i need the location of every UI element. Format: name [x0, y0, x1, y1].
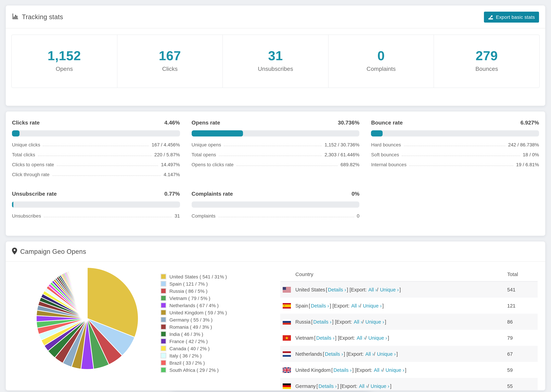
dotted-leader	[224, 146, 322, 146]
stat-row-value: 18 / 0%	[523, 152, 539, 157]
export-unique-link[interactable]: Unique ›	[363, 303, 382, 308]
geo-opens-card: Campaign Geo Opens United States ( 541 /…	[6, 241, 545, 391]
unsubscribe-rate-block: Unsubscribe rate 0.77% Unsubscribes31	[12, 191, 180, 219]
legend-item-canada: Canada ( 40 / 2% )	[161, 345, 227, 351]
dotted-leader	[218, 217, 354, 217]
country-total: 55	[507, 383, 538, 389]
stat-row-value: 19 / 6.81%	[516, 162, 539, 167]
country-name: Vietnam	[295, 335, 313, 341]
stat-row-label: Unique clicks	[12, 142, 40, 147]
opens-rate-title: Opens rate	[191, 120, 220, 126]
export-unique-link[interactable]: Unique ›	[386, 367, 404, 373]
stat-box-complaints: 0 Complaints	[329, 35, 434, 88]
geo-legend: United States ( 541 / 31% ) Spain ( 121 …	[161, 274, 227, 374]
details-link[interactable]: Details ›	[311, 303, 329, 308]
table-header: Country Total	[280, 267, 538, 281]
export-unique-link[interactable]: Unique ›	[377, 351, 396, 357]
stat-row-label: Hard bounces	[371, 142, 401, 147]
export-all-link[interactable]: All ›	[365, 351, 374, 357]
flag-nl-icon	[283, 351, 291, 357]
clicks-count: 167	[117, 49, 222, 63]
legend-color-chip	[161, 281, 166, 287]
export-basic-stats-button[interactable]: Export basic stats	[484, 12, 539, 23]
country-total: 59	[507, 367, 538, 373]
legend-color-chip	[161, 345, 166, 351]
opens-rate-block: Opens rate 30.736% Unique opens1,152 / 3…	[191, 120, 359, 177]
unsubscribe-rate-bar	[12, 202, 180, 208]
bounces-count: 279	[434, 49, 539, 63]
opens-rate-value: 30.736%	[338, 120, 359, 126]
export-unique-link[interactable]: Unique ›	[368, 335, 387, 341]
table-row-russia: Russia[Details ›] [Export:All ›/Unique ›…	[280, 314, 538, 330]
stat-row-value: 31	[175, 213, 180, 219]
export-all-link[interactable]: All ›	[354, 319, 362, 324]
legend-color-chip	[161, 288, 166, 294]
export-all-link[interactable]: All ›	[368, 287, 377, 292]
rates-grid: Clicks rate 4.46% Unique clicks167 / 4.4…	[6, 112, 545, 236]
legend-color-chip	[161, 274, 166, 280]
dotted-leader	[44, 217, 172, 217]
bounce-rate-block: Bounce rate 6.927% Hard bounces242 / 86.…	[371, 120, 539, 177]
details-link[interactable]: Details ›	[333, 367, 352, 373]
legend-item-united-states: United States ( 541 / 31% )	[161, 274, 227, 280]
export-all-link[interactable]: All ›	[374, 367, 382, 373]
stat-row-value: 220 / 5.87%	[154, 152, 180, 157]
country-total: 541	[507, 287, 538, 292]
details-link[interactable]: Details ›	[318, 383, 337, 389]
flag-ru-icon	[283, 319, 291, 324]
legend-item-south-africa: South Africa ( 29 / 2% )	[161, 367, 227, 373]
legend-color-chip	[161, 360, 166, 366]
legend-color-chip	[161, 353, 166, 358]
details-link[interactable]: Details ›	[313, 319, 332, 324]
table-row-united-kingdom: United Kingdom[Details ›] [Export:All ›/…	[280, 362, 538, 378]
legend-color-chip	[161, 309, 166, 315]
stat-box-clicks: 167 Clicks	[117, 35, 223, 88]
legend-item-france: France ( 42 / 2% )	[161, 338, 227, 344]
export-unique-link[interactable]: Unique ›	[365, 319, 384, 324]
stat-row-value: 4.147%	[164, 172, 180, 177]
country-total: 79	[507, 335, 538, 341]
table-row-spain: Spain[Details ›] [Export:All ›/Unique ›]…	[280, 298, 538, 314]
opens-label: Opens	[12, 66, 117, 72]
dotted-leader	[409, 166, 513, 166]
export-all-link[interactable]: All ›	[351, 303, 360, 308]
dotted-leader	[219, 156, 322, 156]
export-unique-link[interactable]: Unique ›	[380, 287, 399, 292]
flag-gb-icon	[283, 367, 291, 373]
clicks-rate-title: Clicks rate	[12, 120, 40, 126]
stat-row-label: Total opens	[191, 152, 216, 157]
export-icon	[488, 14, 494, 20]
tracking-stats-header: Tracking stats Export basic stats	[6, 6, 545, 28]
stat-row-value: 14.497%	[161, 162, 180, 167]
stat-row-value: 242 / 86.738%	[508, 142, 539, 147]
clicks-label: Clicks	[117, 66, 222, 72]
stat-row-value: 0	[357, 213, 360, 219]
flag-us-icon	[283, 287, 291, 292]
legend-color-chip	[161, 302, 166, 308]
export-unique-link[interactable]: Unique ›	[371, 383, 389, 389]
unsubscribe-rate-title: Unsubscribe rate	[12, 191, 57, 197]
dotted-leader	[38, 156, 151, 156]
export-all-link[interactable]: All ›	[359, 383, 367, 389]
country-name: Spain	[295, 303, 308, 308]
geo-content: United States ( 541 / 31% ) Spain ( 121 …	[6, 262, 545, 391]
stat-row-label: Soft bounces	[371, 152, 399, 157]
geo-pie-chart[interactable]	[36, 267, 139, 370]
unsubscribe-rate-value: 0.77%	[164, 191, 180, 197]
details-link[interactable]: Details ›	[328, 287, 346, 292]
bar-chart-icon	[12, 13, 19, 21]
dotted-leader	[402, 156, 520, 156]
stat-box-unsubscribes: 31 Unsubscribes	[223, 35, 328, 88]
country-name: Russia	[295, 319, 311, 324]
total-column-header: Total	[507, 271, 538, 277]
details-link[interactable]: Details ›	[316, 335, 334, 341]
stat-row-label: Click through rate	[12, 172, 49, 177]
dotted-leader	[236, 166, 338, 166]
legend-color-chip	[161, 324, 166, 330]
country-total: 67	[507, 351, 538, 357]
export-all-link[interactable]: All ›	[357, 335, 365, 341]
summary-stats-row: 1,152 Opens 167 Clicks 31 Unsubscribes 0…	[11, 35, 540, 88]
details-link[interactable]: Details ›	[325, 351, 343, 357]
complaints-count: 0	[329, 49, 434, 63]
dotted-leader	[52, 175, 161, 176]
